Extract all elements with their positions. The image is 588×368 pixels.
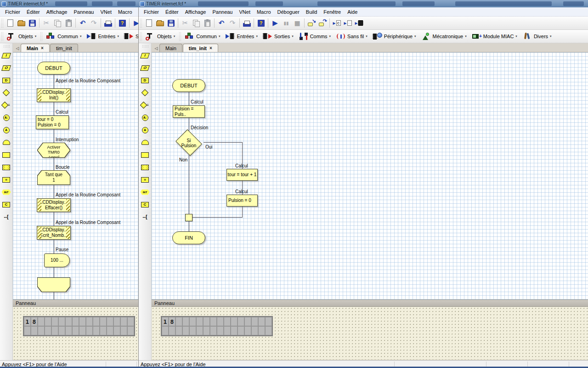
save-button[interactable]	[165, 17, 176, 29]
components-entrees-button[interactable]: Entrées▾	[84, 31, 121, 42]
new-button[interactable]	[5, 17, 16, 29]
undo-button[interactable]: ↶	[77, 17, 88, 29]
step-into-button[interactable]: ↘	[306, 17, 317, 29]
tab-tim-init[interactable]: tim_init	[50, 44, 78, 52]
menu-editer[interactable]: Éditer	[23, 9, 43, 15]
open-button[interactable]	[16, 17, 27, 29]
help-button[interactable]: ?	[255, 17, 266, 29]
components-sans-fil-button[interactable]: Sans fil▾	[334, 31, 370, 42]
panneau-panel[interactable]: 18	[152, 307, 588, 360]
interrupt-icon[interactable]: INT	[1, 188, 12, 196]
palette-grip[interactable]	[142, 45, 148, 47]
menu-fichier[interactable]: Fichier	[141, 9, 162, 15]
run-button[interactable]: ▶	[131, 17, 138, 29]
flow-begin[interactable]: DÉBUT	[172, 79, 205, 92]
decision-icon[interactable]	[140, 88, 151, 97]
toolbar-grip[interactable]	[140, 32, 142, 41]
flowchart-canvas-tim-init[interactable]: DÉBUT Calcul Pulsion = Puls.. Décision S…	[152, 52, 588, 299]
components-divers-button[interactable]: Divers▾	[520, 31, 554, 42]
comment-icon[interactable]: --[	[1, 213, 12, 221]
new-button[interactable]	[143, 17, 154, 29]
menu-affichage[interactable]: Affichage	[43, 9, 71, 15]
print-button[interactable]	[102, 17, 113, 29]
calculation-icon[interactable]: =	[1, 175, 12, 184]
output-icon[interactable]: O	[140, 63, 151, 72]
flow-begin[interactable]: DÉBUT	[37, 62, 70, 75]
run-button[interactable]: ▶	[270, 17, 281, 29]
input-icon[interactable]: I	[140, 51, 151, 60]
delay-icon[interactable]: D	[1, 76, 12, 85]
pause-button[interactable]: ▮▮	[281, 17, 292, 29]
menu-macro[interactable]: Macro	[115, 9, 136, 15]
tab-close-icon[interactable]: ×	[209, 46, 212, 51]
copy-button[interactable]	[52, 17, 63, 29]
flow-decision[interactable]: Si Pulsion	[174, 131, 204, 155]
help-button[interactable]: ?	[117, 17, 128, 29]
component-macro-icon[interactable]	[140, 163, 151, 172]
flow-loop-end[interactable]	[38, 278, 70, 292]
components-commun-button[interactable]: Commun▾	[44, 31, 84, 42]
menu-editer[interactable]: Éditer	[162, 9, 182, 15]
output-icon[interactable]: O	[1, 63, 12, 72]
flow-pause[interactable]: 100 ...	[44, 253, 70, 267]
paste-button[interactable]	[202, 17, 213, 29]
menu-aide[interactable]: Aide	[344, 9, 361, 15]
menu-fenetre[interactable]: Fenêtre	[320, 9, 344, 15]
window-titlebar-right[interactable]: TIMER internet.fcf *	[138, 0, 588, 7]
macro-icon[interactable]	[1, 150, 12, 159]
components-comms-button[interactable]: Comms▾	[296, 31, 334, 42]
goto-connection-icon[interactable]: A	[140, 126, 151, 134]
components-mecatronique-button[interactable]: Mécatronique▾	[419, 31, 469, 42]
flow-calculation[interactable]: Pulsion = 0	[226, 195, 258, 207]
toolbar-grip[interactable]	[140, 18, 142, 28]
redo-button[interactable]: ↷	[88, 17, 99, 29]
component-macro-icon[interactable]	[1, 163, 12, 172]
window-titlebar-left[interactable]: TIMER internet.fcf *	[0, 0, 138, 7]
panneau-panel[interactable]: 18	[13, 307, 138, 360]
stop-button[interactable]: ■	[292, 17, 303, 29]
input-icon[interactable]: I	[1, 51, 12, 60]
c-code-icon[interactable]: C	[1, 200, 12, 209]
toolbar-grip[interactable]	[40, 32, 43, 41]
undo-button[interactable]: ↶	[216, 17, 227, 29]
c-code-icon[interactable]: C	[140, 200, 151, 209]
loop-icon[interactable]	[140, 138, 151, 147]
copy-button[interactable]	[191, 17, 202, 29]
flow-component-macro[interactable]: LCDDisplay... Init()	[37, 88, 71, 102]
switch-icon[interactable]: ≡	[140, 101, 151, 109]
tab-main[interactable]: Main	[159, 44, 182, 52]
flow-end[interactable]: FIN	[172, 231, 205, 244]
tab-close-icon[interactable]: ×	[41, 46, 44, 51]
connection-point-icon[interactable]: A:	[1, 113, 12, 122]
components-objets-button[interactable]: Objets▾	[5, 31, 39, 42]
flow-calculation[interactable]: tour = 0 Pulsion = 0	[36, 115, 69, 129]
flow-component-macro[interactable]: LCDDisplay... Ecrit_Nomb...	[37, 226, 71, 240]
toolbar-grip[interactable]	[1, 32, 4, 41]
delay-icon[interactable]: D	[140, 76, 151, 85]
connection-point-icon[interactable]: A:	[140, 113, 151, 122]
flow-calculation[interactable]: Pulsion = Puls..	[173, 105, 205, 118]
components-objets-button[interactable]: Objets▾	[143, 31, 178, 42]
components-commun-button[interactable]: Commun▾	[182, 31, 223, 42]
flow-loop-start[interactable]: Tant que 1	[38, 171, 70, 184]
flowchart-canvas-main[interactable]: DÉBUT Appel de la Routine Composant LCDD…	[13, 52, 138, 299]
menu-panneau[interactable]: Panneau	[70, 9, 97, 15]
cut-button[interactable]: ✂	[41, 17, 52, 29]
tab-scroll-left-icon[interactable]: ◁	[153, 45, 159, 52]
menu-vnet[interactable]: VNet	[236, 9, 253, 15]
palette-grip[interactable]	[3, 45, 10, 47]
tab-scroll-left-icon[interactable]: ◁	[14, 45, 21, 52]
flow-component-macro[interactable]: LCDDisplay... Effacer()	[37, 198, 71, 212]
interrupt-icon[interactable]: INT	[140, 188, 151, 196]
print-button[interactable]	[241, 17, 252, 29]
compile-to-c-button[interactable]: ▸C	[331, 17, 342, 29]
paste-button[interactable]	[63, 17, 74, 29]
switch-icon[interactable]: ≡	[1, 101, 12, 109]
lcd-display-component[interactable]: 18	[161, 316, 273, 336]
loop-icon[interactable]	[1, 138, 12, 147]
components-peripherique-button[interactable]: Périphérique▾	[370, 31, 419, 42]
menu-macro[interactable]: Macro	[254, 9, 274, 15]
menu-panneau[interactable]: Panneau	[209, 9, 236, 15]
goto-connection-icon[interactable]: A	[1, 126, 12, 134]
menu-vnet[interactable]: VNet	[97, 9, 114, 15]
